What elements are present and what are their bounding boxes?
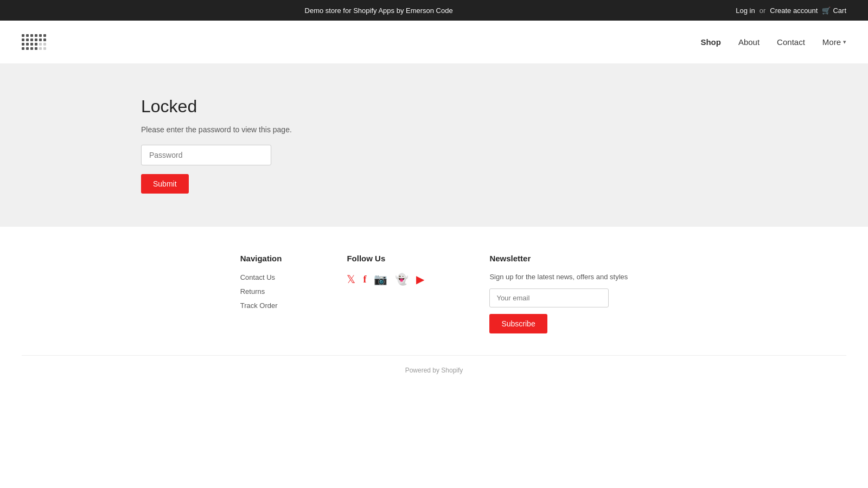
submit-button[interactable]: Submit <box>141 174 189 194</box>
top-bar: Demo store for Shopify Apps by Emerson C… <box>0 0 868 21</box>
cart-link[interactable]: 🛒 Cart <box>822 7 846 15</box>
cart-icon: 🛒 <box>822 7 831 15</box>
footer-follow-column: Follow Us 𝕏 f 📷 👻 ▶ <box>347 254 424 333</box>
instagram-icon[interactable]: 📷 <box>374 273 387 286</box>
main-content: Locked Please enter the password to view… <box>0 64 868 226</box>
footer-newsletter-heading: Newsletter <box>489 254 628 263</box>
page-title: Locked <box>141 97 292 117</box>
powered-by-text: Powered by Shopify <box>405 367 463 374</box>
locked-section: Locked Please enter the password to view… <box>141 97 292 194</box>
footer-nav-list: Contact Us Returns Track Order <box>240 273 282 310</box>
main-nav: Shop About Contact More ▾ <box>700 37 846 47</box>
facebook-icon[interactable]: f <box>363 274 366 285</box>
social-icons: 𝕏 f 📷 👻 ▶ <box>347 273 424 286</box>
list-item: Contact Us <box>240 273 282 281</box>
nav-about[interactable]: About <box>738 37 760 47</box>
email-input[interactable] <box>489 288 609 307</box>
newsletter-description: Sign up for the latest news, offers and … <box>489 273 628 281</box>
locked-subtitle: Please enter the password to view this p… <box>141 125 292 134</box>
footer-track-order-link[interactable]: Track Order <box>240 301 278 310</box>
password-input[interactable] <box>141 145 271 165</box>
list-item: Track Order <box>240 301 282 310</box>
announcement-text: Demo store for Shopify Apps by Emerson C… <box>22 7 736 15</box>
cart-label: Cart <box>833 7 846 15</box>
list-item: Returns <box>240 287 282 296</box>
twitter-icon[interactable]: 𝕏 <box>347 273 355 286</box>
login-link[interactable]: Log in <box>736 7 755 15</box>
logo-dots <box>22 34 47 50</box>
footer-bottom: Powered by Shopify <box>22 355 846 374</box>
nav-shop[interactable]: Shop <box>700 37 721 47</box>
create-account-link[interactable]: Create account <box>770 7 818 15</box>
footer-nav-heading: Navigation <box>240 254 282 263</box>
snapchat-icon[interactable]: 👻 <box>395 273 409 286</box>
footer-nav-column: Navigation Contact Us Returns Track Orde… <box>240 254 282 333</box>
nav-more-dropdown[interactable]: More ▾ <box>822 37 846 47</box>
footer-returns-link[interactable]: Returns <box>240 287 265 296</box>
logo[interactable] <box>22 34 47 50</box>
nav-contact[interactable]: Contact <box>777 37 805 47</box>
subscribe-button[interactable]: Subscribe <box>489 314 547 333</box>
top-bar-actions: Log in or Create account 🛒 Cart <box>736 7 846 15</box>
footer-columns: Navigation Contact Us Returns Track Orde… <box>22 254 846 333</box>
youtube-icon[interactable]: ▶ <box>416 273 424 286</box>
header: Shop About Contact More ▾ <box>0 21 868 64</box>
footer-contact-link[interactable]: Contact Us <box>240 273 275 281</box>
footer-follow-heading: Follow Us <box>347 254 424 263</box>
nav-more-label: More <box>822 37 841 47</box>
footer-newsletter-column: Newsletter Sign up for the latest news, … <box>489 254 628 333</box>
footer: Navigation Contact Us Returns Track Orde… <box>0 226 868 390</box>
chevron-down-icon: ▾ <box>843 38 846 46</box>
or-separator: or <box>760 7 766 15</box>
